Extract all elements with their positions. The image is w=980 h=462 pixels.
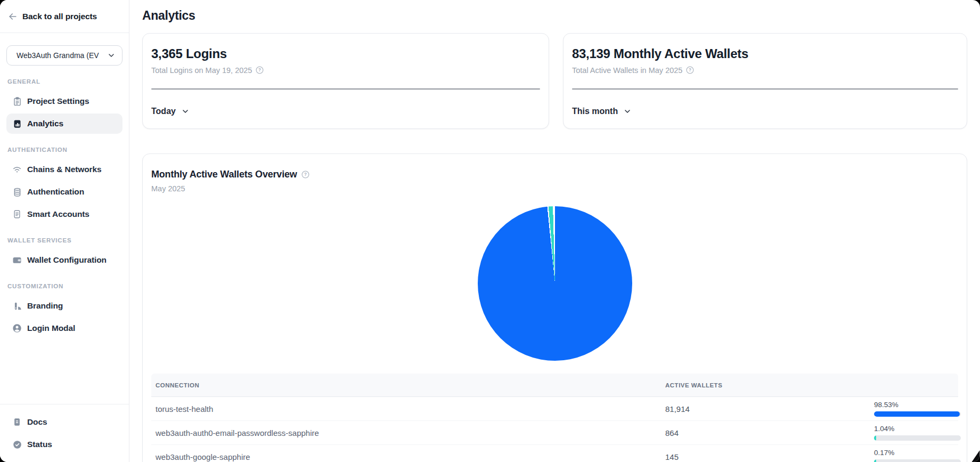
sidebar-item-chains-networks[interactable]: Chains & Networks: [6, 159, 123, 180]
chevron-down-icon: [107, 51, 116, 60]
card-divider: [572, 88, 958, 90]
sidebar-item-analytics[interactable]: Analytics: [6, 114, 123, 134]
table-row-web3auth-auth0-email-passwordless-sapphire: web3auth-auth0-email-passwordless-sapphi…: [151, 421, 958, 445]
section-label-customization: CUSTOMIZATION: [7, 283, 121, 289]
sidebar-item-label: Branding: [27, 301, 63, 311]
help-icon[interactable]: ?: [685, 66, 695, 75]
sidebar-item-status[interactable]: Status: [6, 434, 123, 455]
user-icon: [12, 323, 22, 334]
active-wallets-subtitle: Total Active Wallets in May 2025: [572, 66, 682, 75]
sidebar-item-smart-accounts[interactable]: Smart Accounts: [6, 204, 123, 224]
sidebar-item-label: Chains & Networks: [27, 165, 102, 174]
section-label-wallet-services: WALLET SERVICES: [7, 237, 121, 244]
back-link-label: Back to all projects: [22, 12, 97, 21]
active-wallets-value: 864: [665, 428, 874, 437]
active-wallets-value: 145: [665, 452, 874, 461]
app-window: Back to all projects Web3Auth Grandma (E…: [0, 0, 980, 462]
progress-bar-track: [874, 459, 961, 462]
active-wallets-value: 81,914: [665, 404, 874, 414]
column-header-connection: CONNECTION: [151, 382, 665, 388]
sidebar-item-wallet-configuration[interactable]: Wallet Configuration: [6, 250, 123, 270]
share-cell: 0.17%: [874, 449, 961, 462]
progress-bar-track: [874, 411, 961, 417]
connection-name: web3auth-google-sapphire: [151, 452, 665, 461]
clipboard-icon: [12, 96, 22, 107]
sidebar-item-label: Status: [27, 440, 52, 449]
branding-icon: [12, 301, 22, 311]
back-to-projects-link[interactable]: Back to all projects: [0, 0, 129, 33]
share-percent-label: 98.53%: [874, 401, 961, 409]
svg-text:?: ?: [258, 68, 261, 72]
logins-stat-card: 3,365 Logins Total Logins on May 19, 202…: [142, 33, 549, 129]
active-wallets-headline: 83,139 Monthly Active Wallets: [572, 46, 958, 61]
database-icon: [12, 187, 22, 197]
arrow-left-icon: [7, 11, 18, 22]
sidebar-item-login-modal[interactable]: Login Modal: [6, 318, 123, 338]
wifi-icon: [12, 164, 22, 175]
logins-range-dropdown[interactable]: Today: [151, 107, 190, 116]
sidebar-item-authentication[interactable]: Authentication: [6, 182, 123, 202]
file-icon: [12, 209, 22, 220]
sidebar-item-label: Project Settings: [27, 96, 89, 106]
mouse-cursor: [971, 450, 980, 462]
table-header-row: CONNECTION ACTIVE WALLETS: [151, 374, 958, 397]
active-wallets-stat-card: 83,139 Monthly Active Wallets Total Acti…: [563, 33, 967, 129]
chevron-down-icon: [181, 107, 190, 116]
share-percent-label: 0.17%: [874, 449, 961, 457]
help-icon[interactable]: ?: [255, 66, 264, 75]
active-wallets-range-label: This month: [572, 107, 618, 116]
sidebar-item-label: Smart Accounts: [27, 209, 89, 219]
sidebar-item-label: Docs: [27, 417, 47, 427]
logins-range-label: Today: [151, 107, 176, 116]
chart-subtitle: May 2025: [151, 184, 958, 193]
section-label-authentication: AUTHENTICATION: [7, 147, 121, 153]
svg-text:?: ?: [689, 68, 691, 72]
progress-bar-fill: [874, 411, 960, 417]
active-wallets-range-dropdown[interactable]: This month: [572, 107, 632, 116]
sidebar-item-label: Authentication: [27, 187, 84, 197]
page-title: Analytics: [142, 9, 967, 23]
sidebar-item-docs[interactable]: Docs: [6, 412, 123, 432]
sidebar-item-label: Login Modal: [27, 323, 75, 333]
project-selector-dropdown[interactable]: Web3Auth Grandma (EV: [6, 45, 123, 66]
section-label-general: GENERAL: [7, 78, 121, 85]
progress-bar-fill: [874, 435, 876, 441]
card-divider: [151, 88, 540, 90]
monthly-active-wallets-card: Monthly Active Wallets Overview ? May 20…: [142, 153, 967, 462]
share-cell: 98.53%: [874, 401, 961, 417]
status-icon: [12, 439, 22, 450]
wallet-icon: [12, 255, 22, 265]
table-row-torus-test-health: torus-test-health81,91498.53%: [151, 397, 958, 421]
sidebar-item-project-settings[interactable]: Project Settings: [6, 91, 123, 111]
sidebar: Back to all projects Web3Auth Grandma (E…: [0, 0, 129, 462]
docs-icon: [12, 417, 22, 427]
progress-bar-fill: [874, 459, 876, 462]
main-content: Analytics 3,365 Logins Total Logins on M…: [129, 0, 980, 462]
help-icon[interactable]: ?: [301, 170, 310, 179]
sidebar-item-label: Wallet Configuration: [27, 255, 107, 265]
progress-bar-track: [874, 435, 961, 441]
chevron-down-icon: [623, 107, 632, 116]
chart-title: Monthly Active Wallets Overview: [151, 169, 297, 180]
active-wallets-pie-chart[interactable]: [478, 206, 632, 361]
logins-subtitle: Total Logins on May 19, 2025: [151, 66, 252, 75]
connection-name: web3auth-auth0-email-passwordless-sapphi…: [151, 428, 665, 437]
share-cell: 1.04%: [874, 425, 961, 441]
analytics-icon: [12, 118, 22, 129]
svg-text:?: ?: [304, 172, 307, 177]
sidebar-item-label: Analytics: [27, 119, 63, 128]
connection-name: torus-test-health: [151, 404, 665, 414]
sidebar-footer: DocsStatus: [0, 404, 129, 462]
column-header-active-wallets: ACTIVE WALLETS: [665, 382, 874, 388]
table-row-web3auth-google-sapphire: web3auth-google-sapphire1450.17%: [151, 445, 958, 462]
sidebar-item-branding[interactable]: Branding: [6, 296, 123, 316]
project-selector-value: Web3Auth Grandma (EV: [17, 51, 104, 60]
share-percent-label: 1.04%: [874, 425, 961, 433]
connections-table: CONNECTION ACTIVE WALLETS torus-test-hea…: [151, 374, 958, 462]
logins-headline: 3,365 Logins: [151, 46, 540, 61]
